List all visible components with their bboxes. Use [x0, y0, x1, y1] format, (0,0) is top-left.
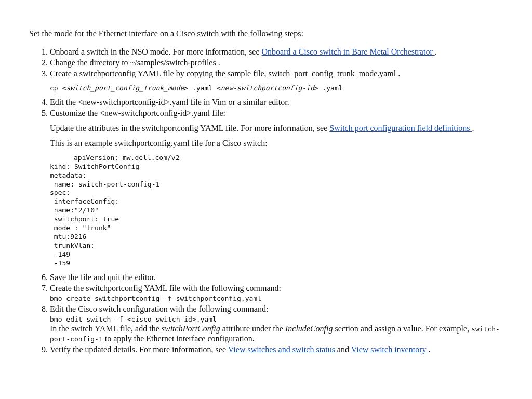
- step7-text: Create the switchportconfig YAML file wi…: [50, 284, 281, 292]
- step-4: Edit the <new-switchportconfig-id>.yaml …: [50, 98, 503, 108]
- step9-text-a: Verify the updated details. For more inf…: [50, 345, 228, 354]
- switchport-field-defs-link[interactable]: Switch port configuration field definiti…: [329, 124, 472, 132]
- step5-para1-a: Update the attributes in the switchportc…: [50, 124, 329, 132]
- step-9: Verify the updated details. For more inf…: [50, 345, 503, 355]
- step-8: Edit the Cisco switch configuration with…: [50, 304, 503, 344]
- step8-switchportconfig-attr: switchPortConfig: [162, 324, 220, 333]
- step8-code: bmo edit switch -f <cisco-switch-id>.yam…: [50, 315, 217, 323]
- step-7: Create the switchportconfig YAML file wi…: [50, 284, 503, 303]
- step1-text-a: Onboard a switch in the NSO mode. For mo…: [50, 47, 261, 56]
- step-1: Onboard a switch in the NSO mode. For mo…: [50, 47, 503, 57]
- step-3: Create a switchportconfig YAML file by c…: [50, 69, 503, 93]
- step3-text-b: .: [398, 69, 400, 78]
- step8-after-a: In the switch YAML file, add the: [50, 324, 162, 333]
- step7-code: bmo create switchportconfig -f switchpor…: [50, 295, 261, 302]
- step4-text-a: Edit the: [50, 98, 78, 107]
- step8-includeconfig-section: IncludeConfig: [285, 324, 333, 333]
- step-5: Customize the <new-switchportconfig-id>.…: [50, 109, 503, 268]
- step9-text-b: .: [428, 345, 430, 354]
- step-6: Save the file and quit the editor.: [50, 273, 503, 283]
- step4-text-b: file in Vim or a similar editor.: [188, 98, 289, 107]
- step-2: Change the directory to ~/samples/switch…: [50, 58, 503, 68]
- step5-text-a: Customize the: [50, 109, 100, 117]
- document-page: Set the mode for the Ethernet interface …: [0, 0, 532, 376]
- step1-text-b: .: [435, 47, 437, 56]
- step8-after-c: section and assign a value. For example,: [333, 324, 472, 333]
- step8-after-b: attribute under the: [220, 324, 285, 333]
- view-switch-inventory-link[interactable]: View switch inventory: [351, 345, 429, 354]
- intro-paragraph: Set the mode for the Ethernet interface …: [29, 29, 503, 39]
- step2-text-a: Change the directory to: [50, 58, 130, 67]
- step8-after-d: to apply the Ethernet interface configur…: [103, 334, 255, 343]
- step5-text-b: file:: [210, 109, 225, 117]
- step2-text-b: .: [218, 58, 220, 67]
- step3-text-a: Create a switchportconfig YAML file by c…: [50, 69, 268, 78]
- step3-file: switch_port_config_trunk_mode.yaml: [268, 69, 398, 78]
- step5-para2: This is an example switchportconfig.yaml…: [50, 139, 503, 149]
- step4-file: <new-switchportconfig-id>.yaml: [78, 98, 188, 107]
- step8-text: Edit the Cisco switch configuration with…: [50, 304, 268, 313]
- onboard-switch-link[interactable]: Onboard a Cisco switch in Bare Metal Orc…: [261, 47, 434, 56]
- step5-file: <new-switchportconfig-id>.yaml: [100, 109, 210, 117]
- step5-para1-b: .: [472, 124, 474, 132]
- step3-code-block: cp <switch_port_config_trunk_mode> .yaml…: [50, 84, 503, 93]
- step9-and: and: [337, 345, 351, 354]
- steps-list: Onboard a switch in the NSO mode. For mo…: [29, 47, 503, 355]
- step5-para1: Update the attributes in the switchportc…: [50, 124, 503, 134]
- step5-yaml-block: apiVersion: mw.dell.com/v2 kind: SwitchP…: [50, 154, 503, 268]
- step2-path: ~/samples/switch-profiles: [130, 58, 218, 67]
- view-switches-link[interactable]: View switches and switch status: [228, 345, 337, 354]
